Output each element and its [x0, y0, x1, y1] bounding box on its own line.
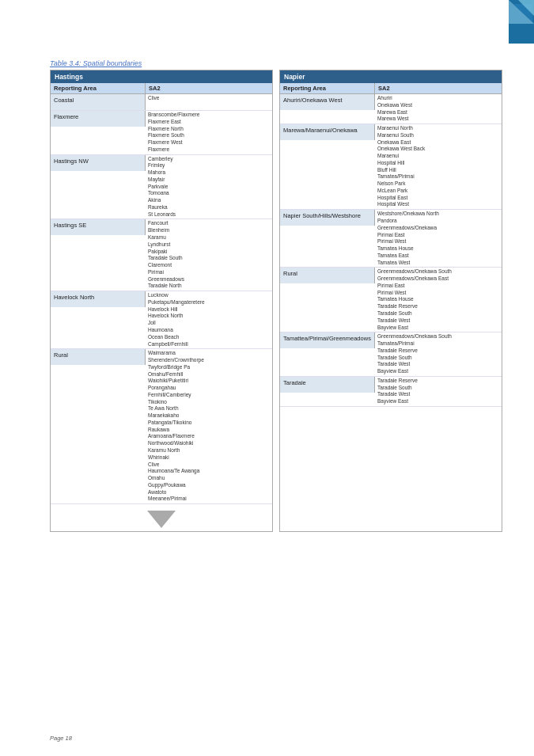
- list-item: Waiohiki/Puketitiri: [148, 378, 270, 385]
- napier-col-headers: Reporting Area SA2: [280, 83, 502, 94]
- list-item: Pandora: [377, 218, 499, 225]
- list-item: Aramoana/Flaxmere: [148, 433, 270, 440]
- list-item: Onekawa West Back: [377, 146, 499, 153]
- reporting-area-label: Rural: [280, 268, 375, 283]
- list-item: Clive: [148, 462, 270, 469]
- list-item: Sherenden/Crownthorpe: [148, 357, 270, 364]
- list-item: Claremont: [148, 262, 270, 269]
- list-item: Akina: [148, 197, 270, 204]
- list-item: Mahora: [148, 169, 270, 177]
- table-row: TaradaleTaradale ReserveTaradale SouthTa…: [280, 377, 502, 407]
- list-item: Greenmeadows/Onekawa South: [377, 333, 499, 340]
- table-row: Napier South/Hills/WestshoreWestshore/On…: [280, 210, 502, 268]
- list-item: Ahuriri: [377, 95, 499, 102]
- napier-col-reporting: Reporting Area: [280, 83, 375, 93]
- reporting-area-label: Hastings SE: [51, 219, 146, 235]
- sa2-items: AhuririOnekawa WestMarewa EastMarewa Wes…: [375, 94, 502, 123]
- hastings-col-sa2: SA2: [146, 83, 272, 93]
- list-item: Fancourt: [148, 220, 270, 227]
- list-item: Clive: [148, 95, 270, 102]
- list-item: Omahu: [148, 475, 270, 482]
- list-item: Bayview East: [377, 398, 499, 405]
- list-item: Hospital West: [377, 201, 499, 208]
- logo: [479, 0, 534, 44]
- napier-table-body: Ahuriri/Onekawa WestAhuririOnekawa WestM…: [280, 94, 502, 407]
- tables-wrapper: Hastings Reporting Area SA2 CoastalClive…: [50, 70, 502, 532]
- list-item: Flaxmere: [148, 146, 270, 154]
- table-row: Marewa/Maraenui/OnekawaMaraenui NorthMar…: [280, 124, 502, 210]
- list-item: Tamatea/Pirimai: [377, 173, 499, 180]
- hastings-col-reporting: Reporting Area: [51, 83, 146, 93]
- list-item: Taradale West: [377, 391, 499, 398]
- list-item: Greenmeadows/Onekawa: [377, 225, 499, 232]
- napier-header: Napier: [280, 70, 502, 83]
- list-item: Branscombe/Flaxmere: [148, 112, 270, 119]
- list-item: Guppy/Poukawa: [148, 482, 270, 489]
- list-item: Flaxmere South: [148, 132, 270, 139]
- sa2-items: CamberleyFrimleyMahoraMayfairParkvaleTom…: [146, 155, 272, 219]
- list-item: Taradale Reserve: [377, 348, 499, 355]
- table-row: RuralWaimaramaSherenden/CrownthorpeTwyfo…: [51, 349, 272, 504]
- list-item: Campbell/Fernhill: [148, 341, 270, 348]
- list-item: Awatoto: [148, 489, 270, 496]
- list-item: Whirinaki: [148, 454, 270, 462]
- list-item: Taradale Reserve: [377, 378, 499, 385]
- reporting-area-label: Coastal: [51, 94, 146, 110]
- list-item: Flaxmere West: [148, 139, 270, 146]
- list-item: Joll: [148, 320, 270, 327]
- table-row: Hastings NWCamberleyFrimleyMahoraMayfair…: [51, 155, 272, 220]
- list-item: Taradale South: [148, 255, 270, 262]
- list-item: Tamatea House: [377, 296, 499, 303]
- list-item: Haumoana/Te Awanga: [148, 468, 270, 475]
- napier-col-sa2: SA2: [375, 83, 502, 93]
- list-item: Onekawa West: [377, 102, 499, 109]
- hastings-table-body: CoastalCliveFlaxmereBranscombe/FlaxmereF…: [51, 94, 272, 504]
- list-item: Taradale West: [377, 317, 499, 325]
- list-item: Haumoana: [148, 327, 270, 334]
- list-item: Havelock North: [148, 313, 270, 320]
- sa2-items: Greenmeadows/Onekawa SouthTamatea/Pirima…: [375, 332, 502, 376]
- table-row: Ahuriri/Onekawa WestAhuririOnekawa WestM…: [280, 94, 502, 124]
- list-item: Meeanee/Pirimai: [148, 496, 270, 503]
- hastings-table: Hastings Reporting Area SA2 CoastalClive…: [50, 70, 273, 532]
- sa2-items: Maraenui NorthMaraenui SouthOnekawa East…: [375, 124, 502, 209]
- list-item: Tamatea East: [377, 253, 499, 260]
- list-item: Omahu/Fernhill: [148, 371, 270, 378]
- sa2-items: WaimaramaSherenden/CrownthorpeTwyford/Br…: [146, 349, 272, 503]
- reporting-area-label: Hastings NW: [51, 155, 146, 171]
- list-item: Marewa West: [377, 116, 499, 123]
- list-item: Taradale North: [148, 283, 270, 290]
- list-item: Pirimai West: [377, 238, 499, 245]
- list-item: Fernhill/Camberley: [148, 392, 270, 399]
- list-item: Maraenui North: [377, 125, 499, 132]
- napier-table: Napier Reporting Area SA2 Ahuriri/Onekaw…: [279, 70, 502, 532]
- list-item: Tamatea/Pirimai: [377, 340, 499, 348]
- hastings-scroll-indicator: [51, 504, 272, 531]
- list-item: Ocean Beach: [148, 334, 270, 341]
- list-item: Pakipaki: [148, 249, 270, 256]
- list-item: McLean Park: [377, 188, 499, 195]
- list-item: Maraenui South: [377, 132, 499, 139]
- sa2-items: Clive: [146, 94, 272, 103]
- list-item: Greenmeadows: [148, 276, 270, 283]
- reporting-area-label: Havelock North: [51, 291, 146, 307]
- table-row: FlaxmereBranscombe/FlaxmereFlaxmere East…: [51, 111, 272, 155]
- list-item: Northwood/Waiohiki: [148, 440, 270, 447]
- list-item: Maraenui: [377, 153, 499, 160]
- list-item: Mayfair: [148, 177, 270, 184]
- list-item: Raureka: [148, 204, 270, 211]
- sa2-items: Westshore/Onekawa NorthPandoraGreenmeado…: [375, 210, 502, 267]
- list-item: Te Awa North: [148, 405, 270, 412]
- reporting-area-label: Tamattea/Pirimai/Greenmeadows: [280, 332, 375, 348]
- list-item: Taradale West: [377, 361, 499, 368]
- list-item: Puketapu/Mangateretere: [148, 299, 270, 306]
- list-item: Havelock Hill: [148, 306, 270, 313]
- list-item: Maraekakaho: [148, 412, 270, 420]
- list-item: Greenmeadows/Onekawa South: [377, 268, 499, 275]
- table-row: Hastings SEFancourtBlenheimKaramuLyndhur…: [51, 219, 272, 291]
- list-item: Tikokino: [148, 399, 270, 406]
- list-item: Blenheim: [148, 227, 270, 234]
- list-item: Taradale South: [377, 310, 499, 317]
- list-item: Hospital East: [377, 195, 499, 202]
- list-item: Karamu: [148, 234, 270, 241]
